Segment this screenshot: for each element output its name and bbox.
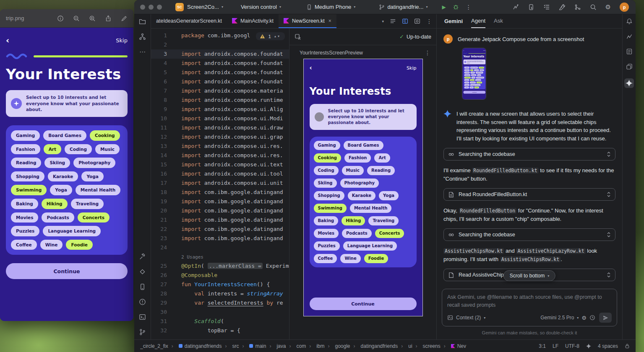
build-icon[interactable] — [559, 4, 566, 10]
profiler-icon[interactable] — [626, 33, 633, 40]
preview-name[interactable]: YourInterestsScreenPreview — [300, 50, 363, 56]
tab-dateideasgeneratorscreen[interactable]: ateIdeasGeneratorScreen.kt — [151, 14, 227, 28]
model-selector[interactable]: Gemini 2.5 Pro — [540, 315, 574, 321]
tool-step-read-1[interactable]: Read RoundedFilledButton.kt — [443, 188, 615, 201]
tool-step-search-1[interactable]: Searching the codebase — [443, 148, 615, 160]
file-encoding[interactable]: UTF-8 — [565, 343, 579, 349]
search-icon[interactable] — [590, 4, 597, 10]
info-text: Select up to 10 interests and let everyo… — [328, 108, 407, 126]
context-selector[interactable]: Context (2) — [456, 315, 481, 321]
gemini-spark-icon[interactable] — [624, 78, 634, 88]
device-selector[interactable]: Medium Phone▾ — [303, 4, 359, 10]
markup-pencil-icon[interactable] — [121, 15, 128, 22]
tab-newscreen[interactable]: NewScreen.kt× — [279, 14, 336, 28]
gemini-spark-icon[interactable] — [586, 344, 591, 349]
interest-chip: Hiking — [42, 199, 68, 209]
tab-mainactivity[interactable]: MainActivity.kt — [227, 14, 279, 28]
history-icon[interactable] — [589, 315, 595, 321]
attach-context-icon[interactable] — [447, 315, 453, 321]
mockup-title: Your Interests — [6, 66, 128, 83]
editor-more-icon[interactable]: ⋮ — [426, 18, 432, 25]
debug-button[interactable] — [449, 4, 462, 10]
preview-sync-status[interactable]: ✓ Up-to-date — [399, 34, 431, 40]
notifications-bell-icon[interactable] — [626, 18, 633, 25]
inspections-widget[interactable]: 1 ▴▾ — [256, 32, 285, 40]
breadcrumb-item[interactable]: datingandfriends — [350, 343, 398, 349]
tab-overflow-chevron-icon[interactable]: ▾ — [382, 19, 384, 23]
expand-icon[interactable] — [607, 232, 611, 238]
line-ending[interactable]: LF — [553, 343, 558, 349]
expand-icon[interactable] — [607, 272, 611, 278]
device-mirroring-icon[interactable] — [528, 4, 534, 10]
caret-position[interactable]: 3:1 — [539, 343, 546, 349]
preview-more-icon[interactable]: ⋮ — [425, 49, 430, 56]
breadcrumb-item[interactable]: _circle_2_fix — [140, 343, 168, 349]
zoom-out-icon[interactable] — [73, 15, 80, 22]
scroll-to-bottom-button[interactable]: Scroll to bottom ▾ — [503, 270, 555, 281]
interest-chip: Board Games — [43, 130, 86, 141]
breadcrumb-item[interactable]: main — [239, 343, 266, 349]
profiler-icon[interactable] — [512, 4, 519, 10]
more-icon[interactable]: ⋯ — [139, 48, 146, 56]
app-insights-icon[interactable] — [139, 268, 146, 275]
run-more-icon[interactable]: ⋮ — [462, 4, 475, 10]
terminal-icon[interactable] — [139, 313, 146, 321]
tab-agent[interactable]: Agent — [471, 14, 485, 28]
code-view-icon[interactable] — [390, 18, 396, 24]
run-button[interactable]: ▶ — [438, 4, 449, 10]
build-hammer-icon[interactable] — [139, 253, 146, 260]
breadcrumb-item[interactable]: Nev — [441, 343, 466, 349]
ui-check-icon[interactable] — [295, 34, 301, 40]
merge-icon[interactable] — [574, 4, 581, 10]
traffic-lights[interactable] — [140, 5, 162, 10]
layers-icon[interactable] — [626, 63, 633, 70]
interest-chip: Photography — [340, 179, 379, 188]
vcs-menu[interactable]: Version control▾ — [237, 4, 284, 10]
interest-chip: Art — [44, 144, 61, 155]
breadcrumb-item[interactable]: java — [266, 343, 286, 349]
project-selector[interactable]: Screen2Co...▾ — [184, 4, 227, 10]
breadcrumb-item[interactable]: ui — [398, 343, 412, 349]
minimize-window-icon — [149, 5, 154, 10]
share-icon[interactable] — [105, 15, 112, 22]
lock-icon[interactable] — [625, 343, 630, 349]
split-view-icon[interactable] — [402, 18, 408, 24]
zoom-in-icon[interactable] — [89, 15, 96, 22]
gemini-prompt-input[interactable] — [447, 293, 612, 311]
expand-icon[interactable] — [607, 151, 611, 157]
interest-chip: Karaoke — [48, 171, 78, 182]
user-avatar[interactable]: p — [620, 3, 629, 12]
problems-icon[interactable] — [139, 298, 146, 305]
response-paragraph: AssistiveChipsRow.kt and AssistiveChipLa… — [443, 247, 615, 263]
task-list-icon[interactable] — [543, 4, 550, 10]
breadcrumb-item[interactable]: src — [222, 343, 239, 349]
breadcrumb-item[interactable]: ibm — [306, 343, 324, 349]
device-manager-icon[interactable] — [139, 283, 146, 290]
send-button[interactable] — [599, 313, 612, 323]
interest-chip: Gaming — [11, 130, 40, 141]
breadcrumb-item[interactable]: screens — [412, 343, 441, 349]
info-icon[interactable] — [57, 15, 64, 22]
close-tab-icon[interactable]: × — [329, 18, 331, 24]
attached-screenshot-thumbnail[interactable]: ‹ Skip Your Interests Select up to 10 in… — [462, 48, 486, 100]
chevron-down-icon: ▾ — [548, 274, 549, 278]
breadcrumb-item[interactable]: google — [324, 343, 350, 349]
gemini-chat[interactable]: p Generate Jetpack Compose code from a s… — [437, 28, 622, 285]
branch-selector[interactable]: datingandfrie...▾ — [375, 4, 431, 10]
tool-step-search-2[interactable]: Searching the codebase — [443, 228, 615, 241]
design-view-icon[interactable] — [414, 18, 420, 24]
settings-icon[interactable]: ⚙ — [605, 3, 611, 11]
gemini-settings-icon[interactable]: ⚙ — [581, 315, 587, 321]
breadcrumb-item[interactable]: com — [286, 343, 306, 349]
expand-icon[interactable] — [607, 192, 611, 197]
indent-setting[interactable]: 4 spaces — [598, 343, 618, 349]
code-editor[interactable]: 1package com.ibm.googl23import androidx.… — [151, 28, 289, 339]
interest-chip: Foodie — [66, 240, 92, 250]
tab-ask[interactable]: Ask — [494, 14, 503, 28]
git-branch-icon[interactable] — [139, 329, 146, 336]
project-folder-icon[interactable] — [139, 18, 146, 25]
interest-chip: Yoga — [81, 171, 103, 182]
structure-icon[interactable] — [139, 33, 146, 40]
breadcrumb-item[interactable]: datingandfriends — [168, 343, 222, 349]
notes-icon[interactable] — [626, 48, 633, 55]
